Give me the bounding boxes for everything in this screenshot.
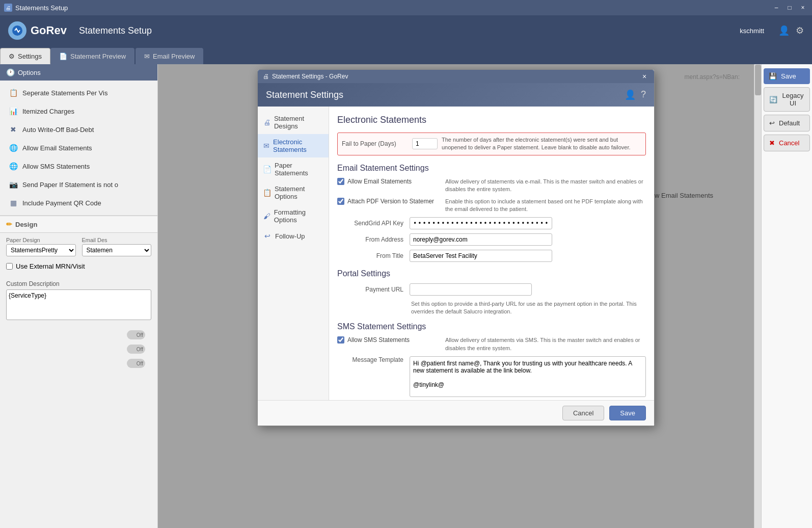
legacy-ui-button[interactable]: 🔄 Legacy UI [764, 87, 810, 112]
sidebar-item-separate-statements[interactable]: 📋 Seperate Statements Per Vis [0, 84, 157, 102]
scrollbar-thumb[interactable] [755, 65, 761, 95]
modal-help-icon[interactable]: ? [641, 89, 646, 100]
scrollbar[interactable] [754, 64, 761, 528]
pencil-icon: ✏ [6, 220, 12, 228]
modal-nav-statement-designs[interactable]: 🖨 Statement Designs [258, 111, 329, 134]
minimize-button[interactable]: – [771, 3, 781, 13]
right-sidebar: 💾 Save 🔄 Legacy UI ↩ Default ✖ Cancel [761, 64, 812, 528]
modal-nav-statement-options[interactable]: 📋 Statement Options [258, 181, 329, 204]
electronic-statements-title: Electronic Statements [337, 115, 646, 125]
sidebar-item-auto-writeoff[interactable]: ✖ Auto Write-Off Bad-Debt [0, 120, 157, 139]
modal-cancel-button[interactable]: Cancel [562, 406, 604, 420]
clock-icon: 🕐 [6, 68, 15, 76]
custom-desc-input[interactable]: {ServiceType} [6, 289, 151, 320]
sms-globe-icon: 🌐 [8, 161, 18, 171]
modal-nav-paper-statements[interactable]: 📄 Paper Statements [258, 157, 329, 181]
electronic-nav-icon: ✉ [263, 142, 270, 150]
toggle-rows: Off Off Off [0, 326, 157, 373]
title-bar-controls: – □ × [771, 3, 808, 13]
modal-save-button[interactable]: Save [609, 406, 646, 420]
cancel-button[interactable]: ✖ Cancel [764, 135, 810, 151]
user-icon[interactable]: 👤 [778, 25, 790, 36]
modal-close-button[interactable]: × [640, 72, 649, 81]
save-button[interactable]: 💾 Save [764, 68, 810, 84]
default-icon: ↩ [769, 119, 775, 127]
logo-text: GoRev [31, 24, 67, 37]
email-design-select[interactable]: Statemen [82, 244, 152, 256]
payment-url-row: Payment URL [337, 283, 646, 296]
nav-tabs: ⚙ Settings 📄 Statement Preview ✉ Email P… [0, 46, 812, 64]
toggle-off-2[interactable]: Off [127, 345, 145, 354]
tab-settings[interactable]: ⚙ Settings [0, 48, 50, 64]
legacy-icon: 🔄 [769, 96, 777, 103]
statement-icon: 📄 [59, 52, 67, 60]
modal-titlebar: 🖨 Statement Settings - GoRev × [258, 70, 654, 83]
modal-footer: Cancel Save [258, 400, 654, 426]
separate-icon: 📋 [8, 88, 18, 98]
toggle-row-2: Off [6, 342, 151, 356]
toggle-off-3[interactable]: Off [127, 359, 145, 368]
toggle-row-1: Off [6, 328, 151, 342]
modal-nav-follow-up[interactable]: ↩ Follow-Up [258, 228, 329, 244]
tab-email-preview[interactable]: ✉ Email Preview [136, 48, 203, 64]
payment-url-desc: Set this option to provide a third-party… [411, 300, 646, 315]
from-address-input[interactable] [410, 233, 552, 246]
modal-user-icon[interactable]: 👤 [625, 89, 636, 100]
qr-icon: ▦ [8, 198, 18, 208]
close-button[interactable]: × [798, 3, 808, 13]
logo-icon [8, 21, 26, 40]
modal-window: 🖨 Statement Settings - GoRev × Statement… [257, 69, 655, 426]
sidebar-item-allow-sms[interactable]: 🌐 Allow SMS Statements [0, 157, 157, 175]
allow-sms-checkbox-area: Allow SMS Statements [337, 336, 439, 344]
toggle-row-3: Off [6, 356, 151, 371]
email-design-col: Email Des Statemen [82, 237, 152, 256]
sidebar-item-include-qr[interactable]: ▦ Include Payment QR Code [0, 194, 157, 212]
writeoff-icon: ✖ [8, 124, 18, 135]
email-settings-title: Email Statement Settings [337, 164, 646, 173]
paper-nav-icon: 📄 [263, 165, 272, 173]
main-layout: 🕐 Options 📋 Seperate Statements Per Vis … [0, 64, 812, 528]
modal-nav-electronic-statements[interactable]: ✉ Electronic Statements [258, 134, 329, 157]
from-address-row: From Address [337, 233, 646, 246]
use-external-row: Use External MRN/Visit [6, 260, 151, 272]
formatting-nav-icon: 🖌 [263, 212, 271, 220]
options-nav-icon: 📋 [263, 189, 272, 197]
email-globe-icon: 🌐 [8, 143, 18, 153]
modal-overlay: 🖨 Statement Settings - GoRev × Statement… [158, 64, 754, 528]
settings-icon[interactable]: ⚙ [796, 25, 804, 36]
app-title: Statements Setup [79, 25, 152, 36]
payment-url-input[interactable] [410, 283, 532, 296]
from-title-input[interactable] [410, 250, 552, 262]
cancel-icon: ✖ [769, 139, 775, 147]
attach-pdf-checkbox[interactable] [337, 198, 344, 205]
paper-design-select[interactable]: StatementsPretty [6, 244, 76, 256]
settings-icon: ⚙ [9, 52, 15, 60]
sidebar-item-itemized-charges[interactable]: 📊 Itemized Charges [0, 102, 157, 120]
modal-content: Electronic Statements Fail to Paper (Day… [329, 107, 654, 400]
save-icon: 💾 [769, 72, 777, 80]
use-external-checkbox[interactable] [6, 263, 13, 270]
sendgrid-input[interactable] [410, 217, 552, 229]
design-form: Paper Design StatementsPretty Email Des … [0, 233, 157, 276]
modal-nav: 🖨 Statement Designs ✉ Electronic Stateme… [258, 107, 329, 400]
modal-nav-formatting-options[interactable]: 🖌 Formatting Options [258, 204, 329, 228]
message-template-textarea[interactable]: Hi @patient first name@, Thank you for t… [410, 356, 646, 397]
sidebar-item-send-paper[interactable]: 📷 Send Paper If Statement is not o [0, 175, 157, 194]
sidebar-item-allow-email[interactable]: 🌐 Allow Email Statements [0, 139, 157, 157]
modal-body: 🖨 Statement Designs ✉ Electronic Stateme… [258, 107, 654, 400]
portal-settings-title: Portal Settings [337, 269, 646, 278]
attach-pdf-row: Attach PDF Version to Statemer Enable th… [337, 198, 646, 214]
default-button[interactable]: ↩ Default [764, 115, 810, 131]
title-bar: 🖨 Statements Setup – □ × [0, 0, 812, 15]
title-bar-text: Statements Setup [15, 4, 68, 12]
fail-to-paper-row: Fail to Paper (Days) The number of days … [337, 133, 646, 155]
allow-sms-checkbox[interactable] [337, 336, 344, 344]
tab-statement-preview[interactable]: 📄 Statement Preview [50, 48, 134, 64]
sms-settings-title: SMS Statement Settings [337, 322, 646, 331]
toggle-off-1[interactable]: Off [127, 330, 145, 339]
fail-to-paper-input[interactable] [412, 138, 438, 149]
maximize-button[interactable]: □ [784, 3, 795, 13]
allow-email-checkbox[interactable] [337, 178, 344, 185]
paper-design-col: Paper Design StatementsPretty [6, 237, 76, 256]
sendgrid-row: SendGrid API Key [337, 217, 646, 229]
